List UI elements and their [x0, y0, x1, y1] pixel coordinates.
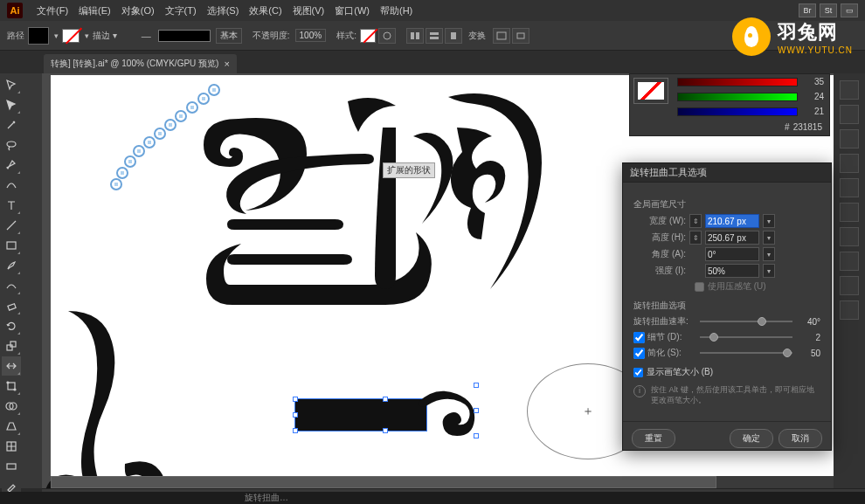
dialog-section-brush: 全局画笔尺寸	[633, 198, 820, 211]
align-icon-3[interactable]	[445, 28, 462, 44]
svg-point-8	[7, 142, 16, 147]
transform-button[interactable]: 变换	[468, 30, 486, 42]
style-swatch[interactable]	[360, 29, 376, 43]
dialog-title[interactable]: 旋转扭曲工具选项	[623, 163, 831, 183]
canvas-selected-shape[interactable]	[295, 385, 496, 438]
arrange-icon[interactable]: ▭	[841, 3, 858, 17]
slider-detail[interactable]	[700, 336, 792, 338]
panel-icon-brushes[interactable]	[840, 154, 859, 173]
checkbox-show-brush[interactable]	[633, 368, 643, 377]
ok-button[interactable]: 确定	[730, 429, 773, 448]
slider-twirl-rate[interactable]	[700, 321, 792, 322]
slider-simplify[interactable]	[700, 352, 792, 354]
tab-close-icon[interactable]: ×	[224, 59, 229, 69]
stroke-swatch[interactable]	[62, 29, 80, 43]
opacity-value[interactable]: 100%	[295, 29, 327, 42]
menu-file[interactable]: 文件(F)	[31, 4, 73, 17]
fill-swatch[interactable]	[28, 27, 49, 45]
width-stepper[interactable]: ⇕	[689, 214, 702, 228]
shape-builder-tool[interactable]	[2, 397, 21, 416]
selection-tool[interactable]	[2, 75, 21, 94]
menu-view[interactable]: 视图(V)	[287, 4, 330, 17]
value-red[interactable]: 35	[803, 77, 824, 86]
panel-icon-color[interactable]	[840, 105, 859, 124]
perspective-tool[interactable]	[2, 417, 21, 436]
svg-rect-3	[430, 32, 439, 35]
style-label: 样式:	[336, 30, 356, 42]
width-dropdown-icon[interactable]: ▾	[763, 214, 775, 228]
slider-green[interactable]	[677, 93, 798, 101]
curvature-tool[interactable]	[2, 176, 21, 195]
rotate-tool[interactable]	[2, 316, 21, 335]
hex-value[interactable]: 231815	[793, 122, 822, 132]
pen-tool[interactable]	[2, 155, 21, 175]
rectangle-tool[interactable]	[2, 236, 21, 255]
checkbox-pressure	[695, 282, 704, 292]
menu-help[interactable]: 帮助(H)	[375, 4, 418, 17]
menu-type[interactable]: 文字(T)	[160, 4, 202, 17]
recolor-icon[interactable]	[378, 28, 396, 44]
magic-wand-tool[interactable]	[2, 115, 21, 135]
color-panel-swatch[interactable]	[633, 78, 668, 104]
panel-icon-symbols[interactable]	[840, 178, 859, 197]
paintbrush-tool[interactable]	[2, 256, 21, 275]
panel-icon-transparency[interactable]	[840, 252, 859, 271]
checkbox-simplify[interactable]	[633, 348, 645, 359]
input-width[interactable]	[705, 214, 759, 228]
menu-window[interactable]: 窗口(W)	[329, 4, 375, 17]
value-detail[interactable]: 2	[798, 333, 820, 342]
width-tool[interactable]	[2, 356, 21, 376]
reset-button[interactable]: 重置	[632, 429, 675, 448]
input-intensity[interactable]	[705, 264, 759, 278]
scale-tool[interactable]	[2, 336, 21, 356]
line-tool[interactable]	[2, 216, 21, 235]
slider-blue[interactable]	[677, 107, 798, 116]
type-tool[interactable]	[2, 196, 21, 215]
value-green[interactable]: 24	[803, 92, 824, 101]
horizontal-scrollbar[interactable]	[51, 476, 834, 488]
bridge-icon[interactable]: Br	[799, 3, 816, 17]
clip-icon[interactable]	[512, 28, 529, 44]
lasso-tool[interactable]	[2, 135, 21, 155]
isolate-icon[interactable]	[493, 28, 510, 44]
menu-select[interactable]: 选择(S)	[202, 4, 245, 17]
menu-edit[interactable]: 编辑(E)	[73, 4, 116, 17]
stroke-label[interactable]: 描边 ▾	[93, 30, 117, 42]
svg-rect-2	[416, 32, 419, 39]
brush-def-dropdown[interactable]: 基本	[216, 28, 242, 44]
document-tab[interactable]: 转换] [转换].ai* @ 100% (CMYK/GPU 预览) ×	[44, 54, 237, 73]
slider-red[interactable]	[677, 78, 798, 86]
intensity-dropdown-icon[interactable]: ▾	[763, 264, 775, 278]
free-transform-tool[interactable]	[2, 376, 21, 396]
value-twirl-rate[interactable]: 40°	[798, 317, 820, 327]
input-angle[interactable]	[705, 247, 759, 261]
checkbox-detail[interactable]	[633, 332, 645, 343]
panel-icon-gradient[interactable]	[840, 227, 859, 246]
panel-icon-properties[interactable]	[840, 80, 859, 100]
panel-icon-layers[interactable]	[840, 300, 859, 320]
value-simplify[interactable]: 50	[798, 349, 820, 358]
direct-selection-tool[interactable]	[2, 95, 21, 114]
stroke-preview[interactable]	[158, 30, 211, 42]
gradient-tool[interactable]	[2, 457, 21, 476]
eraser-tool[interactable]	[2, 296, 21, 315]
panel-icon-swatches[interactable]	[840, 129, 859, 148]
align-icon-1[interactable]	[406, 28, 424, 44]
stock-icon[interactable]: St	[820, 3, 837, 17]
menu-object[interactable]: 对象(O)	[116, 4, 160, 17]
info-icon: i	[633, 385, 646, 397]
angle-dropdown-icon[interactable]: ▾	[763, 247, 775, 261]
panel-icon-stroke[interactable]	[840, 203, 859, 222]
shaper-tool[interactable]	[2, 276, 21, 295]
label-intensity: 强度 (I):	[633, 265, 686, 277]
align-icon-2[interactable]	[426, 28, 443, 44]
value-blue[interactable]: 21	[803, 107, 824, 116]
panel-icon-appearance[interactable]	[840, 276, 859, 295]
menu-effect[interactable]: 效果(C)	[244, 4, 287, 17]
input-height[interactable]	[705, 231, 759, 245]
watermark-en: WWW.YUTU.CN	[778, 45, 853, 55]
height-stepper[interactable]: ⇕	[689, 231, 702, 245]
height-dropdown-icon[interactable]: ▾	[763, 231, 775, 245]
cancel-button[interactable]: 取消	[778, 429, 822, 448]
mesh-tool[interactable]	[2, 437, 21, 456]
